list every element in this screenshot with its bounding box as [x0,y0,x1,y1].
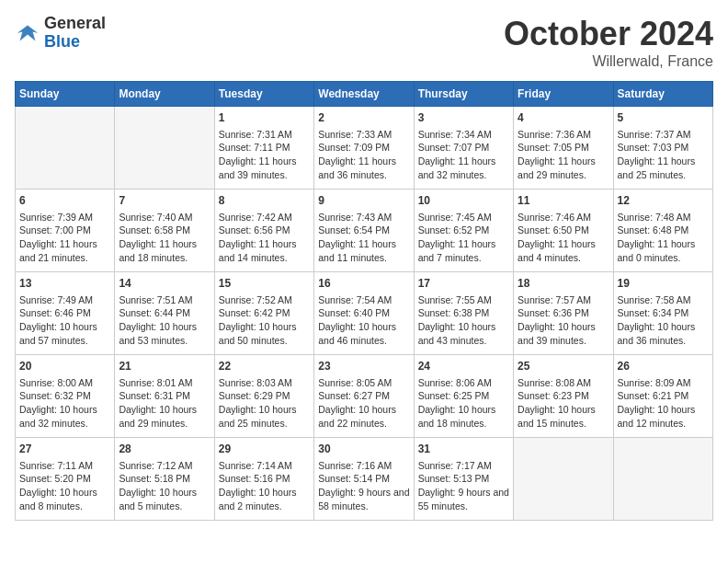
sunset-text: Sunset: 6:31 PM [119,389,210,403]
sunrise-text: Sunrise: 7:16 AM [318,459,409,473]
svg-marker-0 [17,25,38,40]
calendar-cell [613,438,712,521]
header-sunday: Sunday [16,82,115,107]
day-number: 9 [318,193,409,209]
calendar-cell: 22Sunrise: 8:03 AMSunset: 6:29 PMDayligh… [214,355,313,438]
sunset-text: Sunset: 5:18 PM [119,472,210,486]
day-number: 18 [518,276,609,292]
daylight-text: Daylight: 10 hours and 43 minutes. [418,320,509,347]
header-friday: Friday [514,82,613,107]
calendar-cell: 20Sunrise: 8:00 AMSunset: 6:32 PMDayligh… [16,355,115,438]
sunrise-text: Sunrise: 7:31 AM [219,128,310,142]
day-number: 3 [418,110,509,126]
calendar-week-0: 1Sunrise: 7:31 AMSunset: 7:11 PMDaylight… [16,107,713,190]
daylight-text: Daylight: 11 hours and 25 minutes. [618,155,709,181]
sunrise-text: Sunrise: 7:12 AM [119,459,210,473]
sunset-text: Sunset: 6:58 PM [119,224,210,237]
calendar-cell: 25Sunrise: 8:08 AMSunset: 6:23 PMDayligh… [514,355,613,438]
day-number: 16 [318,276,409,292]
sunset-text: Sunset: 5:16 PM [219,472,310,486]
daylight-text: Daylight: 9 hours and 58 minutes. [318,486,409,512]
sunset-text: Sunset: 7:07 PM [418,141,509,155]
day-number: 2 [318,110,409,126]
sunset-text: Sunset: 6:50 PM [518,224,609,237]
daylight-text: Daylight: 10 hours and 29 minutes. [119,403,210,430]
daylight-text: Daylight: 11 hours and 0 minutes. [618,237,709,264]
day-number: 31 [418,442,509,457]
sunrise-text: Sunrise: 7:39 AM [19,211,110,224]
logo: General Blue [15,15,106,52]
sunrise-text: Sunrise: 7:52 AM [219,293,310,307]
daylight-text: Daylight: 11 hours and 14 minutes. [219,237,310,264]
sunrise-text: Sunrise: 7:54 AM [318,293,409,307]
day-number: 29 [219,442,310,457]
sunrise-text: Sunrise: 7:34 AM [418,128,509,142]
daylight-text: Daylight: 11 hours and 32 minutes. [418,155,509,181]
header-thursday: Thursday [414,82,513,107]
header-saturday: Saturday [613,82,712,107]
sunset-text: Sunset: 7:00 PM [19,224,110,237]
calendar-cell: 30Sunrise: 7:16 AMSunset: 5:14 PMDayligh… [314,438,414,521]
day-number: 21 [119,359,210,374]
sunrise-text: Sunrise: 7:40 AM [119,211,210,224]
calendar-cell [115,107,214,190]
sunset-text: Sunset: 7:09 PM [318,141,409,155]
sunrise-text: Sunrise: 7:37 AM [618,128,709,142]
logo-text: General Blue [44,15,106,52]
sunset-text: Sunset: 6:44 PM [119,306,210,320]
sunset-text: Sunset: 6:36 PM [518,306,609,320]
sunrise-text: Sunrise: 7:58 AM [618,293,709,307]
logo-general: General [44,15,106,33]
sunset-text: Sunset: 5:13 PM [418,472,509,486]
calendar-cell: 15Sunrise: 7:52 AMSunset: 6:42 PMDayligh… [214,272,313,355]
sunset-text: Sunset: 6:52 PM [418,224,509,237]
sunset-text: Sunset: 6:42 PM [219,306,310,320]
daylight-text: Daylight: 10 hours and 18 minutes. [418,403,509,430]
month-title: October 2024 [504,15,713,53]
sunrise-text: Sunrise: 7:45 AM [418,211,509,224]
calendar-cell: 1Sunrise: 7:31 AMSunset: 7:11 PMDaylight… [214,107,313,190]
calendar-cell: 5Sunrise: 7:37 AMSunset: 7:03 PMDaylight… [613,107,712,190]
sunrise-text: Sunrise: 7:46 AM [518,211,609,224]
day-number: 8 [219,193,310,209]
sunrise-text: Sunrise: 7:14 AM [219,459,310,473]
logo-bird-icon [15,20,40,46]
daylight-text: Daylight: 10 hours and 5 minutes. [119,486,210,512]
calendar-cell: 12Sunrise: 7:48 AMSunset: 6:48 PMDayligh… [613,190,712,272]
sunset-text: Sunset: 5:14 PM [318,472,409,486]
sunrise-text: Sunrise: 7:55 AM [418,293,509,307]
day-number: 12 [618,193,709,209]
day-number: 1 [219,110,310,126]
sunrise-text: Sunrise: 8:06 AM [418,376,509,390]
calendar-week-3: 20Sunrise: 8:00 AMSunset: 6:32 PMDayligh… [16,355,713,438]
day-number: 25 [518,359,609,374]
day-number: 28 [119,442,210,457]
sunset-text: Sunset: 6:25 PM [418,389,509,403]
calendar-cell: 16Sunrise: 7:54 AMSunset: 6:40 PMDayligh… [314,272,414,355]
sunset-text: Sunset: 6:56 PM [219,224,310,237]
calendar-cell: 19Sunrise: 7:58 AMSunset: 6:34 PMDayligh… [613,272,712,355]
sunset-text: Sunset: 6:23 PM [518,389,609,403]
sunrise-text: Sunrise: 7:11 AM [19,459,110,473]
sunrise-text: Sunrise: 7:51 AM [119,293,210,307]
day-number: 6 [19,193,110,209]
calendar-cell: 28Sunrise: 7:12 AMSunset: 5:18 PMDayligh… [115,438,214,521]
sunrise-text: Sunrise: 7:48 AM [618,211,709,224]
calendar-cell: 31Sunrise: 7:17 AMSunset: 5:13 PMDayligh… [414,438,513,521]
day-number: 20 [19,359,110,374]
calendar-cell: 23Sunrise: 8:05 AMSunset: 6:27 PMDayligh… [314,355,414,438]
logo-blue: Blue [44,33,106,52]
calendar-cell: 4Sunrise: 7:36 AMSunset: 7:05 PMDaylight… [514,107,613,190]
sunrise-text: Sunrise: 7:43 AM [318,211,409,224]
daylight-text: Daylight: 10 hours and 12 minutes. [618,403,709,430]
sunrise-text: Sunrise: 7:57 AM [518,293,609,307]
daylight-text: Daylight: 11 hours and 21 minutes. [19,237,110,264]
day-number: 5 [618,110,709,126]
sunrise-text: Sunrise: 8:09 AM [618,376,709,390]
calendar-cell: 17Sunrise: 7:55 AMSunset: 6:38 PMDayligh… [414,272,513,355]
sunrise-text: Sunrise: 7:17 AM [418,459,509,473]
calendar-cell: 9Sunrise: 7:43 AMSunset: 6:54 PMDaylight… [314,190,414,272]
sunset-text: Sunset: 6:48 PM [618,224,709,237]
day-number: 26 [618,359,709,374]
day-number: 4 [518,110,609,126]
